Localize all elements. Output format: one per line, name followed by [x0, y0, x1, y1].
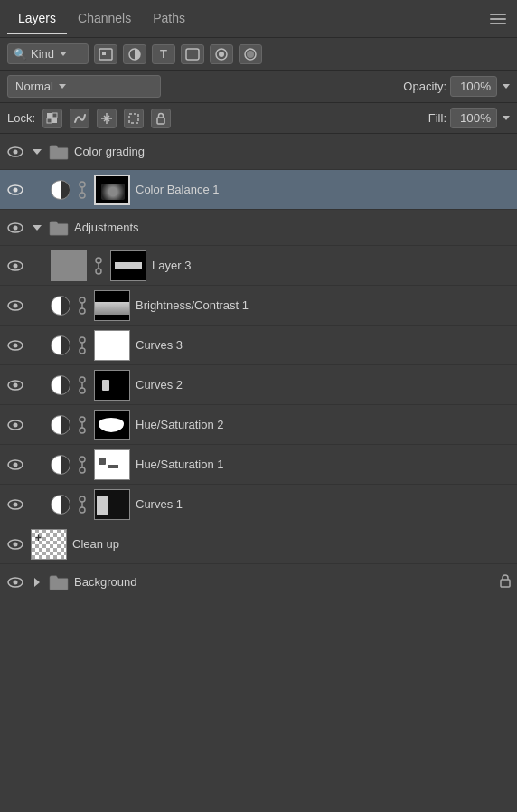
- layer-mask-thumbnail: [110, 250, 146, 281]
- filter-effects-icon[interactable]: [239, 44, 262, 64]
- layer-name: Color Balance 1: [136, 183, 512, 196]
- filter-pixel-icon[interactable]: [94, 44, 118, 64]
- visibility-icon[interactable]: [5, 142, 25, 162]
- layer-name: Clean up: [72, 537, 512, 551]
- lock-row: Lock: Fill:: [0, 103, 517, 134]
- visibility-icon[interactable]: [5, 572, 25, 592]
- fill-input[interactable]: [450, 108, 497, 128]
- layer-row-color-balance-1[interactable]: Color Balance 1: [0, 170, 517, 210]
- svg-point-35: [80, 337, 85, 343]
- visibility-icon[interactable]: [5, 534, 25, 554]
- filter-shape-icon[interactable]: [181, 44, 204, 64]
- svg-point-30: [80, 297, 85, 303]
- visibility-icon[interactable]: [5, 180, 25, 200]
- filter-type-icon[interactable]: T: [152, 44, 175, 64]
- svg-point-52: [80, 467, 85, 473]
- lock-badge-icon: [499, 573, 512, 590]
- opacity-row: Opacity:: [403, 76, 510, 97]
- filter-smartobject-icon[interactable]: [210, 44, 233, 64]
- visibility-icon[interactable]: [5, 218, 25, 238]
- svg-point-39: [14, 382, 18, 387]
- lock-paint-button[interactable]: [70, 109, 89, 128]
- layer-row-hue-saturation-2[interactable]: Hue/Saturation 2: [0, 405, 517, 445]
- panel-menu-button[interactable]: [486, 10, 510, 28]
- svg-point-37: [80, 348, 85, 354]
- tab-channels[interactable]: Channels: [67, 4, 142, 34]
- lock-label: Lock:: [7, 111, 35, 125]
- svg-point-18: [80, 182, 85, 187]
- layer-row-curves-2[interactable]: Curves 2: [0, 365, 517, 405]
- adjustment-icon: [51, 335, 70, 355]
- visibility-icon[interactable]: [5, 495, 25, 515]
- adjustment-icon: [51, 180, 70, 200]
- layer-row-hue-saturation-1[interactable]: Hue/Saturation 1: [0, 445, 517, 485]
- layer-row-adjustments-group[interactable]: Adjustments: [0, 210, 517, 246]
- svg-point-59: [14, 542, 18, 546]
- svg-point-47: [80, 428, 85, 433]
- svg-point-22: [14, 225, 18, 230]
- lock-pixels-button[interactable]: [42, 109, 62, 128]
- visibility-icon[interactable]: [5, 296, 25, 316]
- blend-mode-chevron-icon: [59, 84, 66, 89]
- blend-mode-select[interactable]: Normal: [7, 75, 161, 98]
- visibility-icon[interactable]: [5, 335, 25, 355]
- svg-point-57: [80, 507, 85, 513]
- adjustment-icon: [51, 375, 70, 395]
- layer-name: Background: [74, 575, 494, 589]
- svg-point-27: [96, 269, 101, 274]
- filter-adjustment-icon[interactable]: [123, 44, 146, 64]
- tab-layers[interactable]: Layers: [7, 4, 67, 34]
- lock-all-button[interactable]: [151, 109, 171, 128]
- folder-icon: [49, 574, 69, 590]
- layer-thumbnail: [51, 250, 87, 281]
- chain-icon: [76, 415, 89, 435]
- svg-rect-62: [501, 580, 510, 587]
- layer-row-cleanup[interactable]: Clean up: [0, 524, 517, 564]
- expand-arrow-icon[interactable]: [31, 222, 43, 234]
- chain-icon: [76, 180, 89, 200]
- svg-point-7: [247, 51, 254, 58]
- expand-arrow-icon[interactable]: [31, 146, 43, 158]
- svg-rect-13: [157, 118, 164, 124]
- layer-name: Hue/Saturation 2: [136, 418, 512, 431]
- chain-icon: [76, 375, 89, 395]
- chain-icon: [76, 455, 89, 475]
- tab-paths[interactable]: Paths: [142, 4, 196, 34]
- svg-point-24: [14, 263, 18, 268]
- lock-artboard-button[interactable]: [124, 109, 144, 128]
- expand-arrow-icon[interactable]: [31, 576, 43, 589]
- layer-row-layer-3[interactable]: Layer 3: [0, 246, 517, 286]
- svg-rect-9: [52, 113, 57, 118]
- visibility-icon[interactable]: [5, 455, 25, 475]
- layer-name: Adjustments: [74, 221, 512, 234]
- layer-row-brightness-contrast-1[interactable]: Brightness/Contrast 1: [0, 286, 517, 326]
- svg-rect-8: [47, 113, 52, 118]
- layer-name: Curves 1: [136, 497, 512, 511]
- layer-thumbnail: [94, 449, 130, 480]
- kind-filter-select[interactable]: 🔍 Kind: [7, 43, 89, 64]
- svg-point-61: [14, 580, 18, 584]
- layer-thumbnail: [94, 290, 130, 321]
- blend-mode-label: Normal: [15, 80, 53, 93]
- layer-row-curves-3[interactable]: Curves 3: [0, 326, 517, 365]
- svg-point-49: [14, 462, 18, 467]
- lock-move-button[interactable]: [97, 109, 117, 128]
- layer-row-curves-1[interactable]: Curves 1: [0, 485, 517, 524]
- svg-point-40: [80, 377, 85, 382]
- opacity-input[interactable]: [450, 76, 497, 97]
- layer-name: Color grading: [74, 145, 512, 158]
- chain-icon: [76, 335, 89, 355]
- layer-row-background-group[interactable]: Background: [0, 564, 517, 600]
- layer-row-color-grading-group[interactable]: Color grading: [0, 134, 517, 170]
- layer-name: Curves 3: [136, 338, 512, 352]
- visibility-icon[interactable]: [5, 256, 25, 276]
- kind-chevron-icon: [60, 52, 67, 56]
- svg-point-32: [80, 308, 85, 314]
- visibility-icon[interactable]: [5, 375, 25, 395]
- visibility-icon[interactable]: [5, 415, 25, 435]
- svg-point-34: [14, 343, 18, 347]
- chain-icon: [76, 296, 89, 316]
- svg-point-29: [14, 303, 18, 307]
- svg-point-55: [80, 496, 85, 502]
- opacity-label: Opacity:: [403, 80, 446, 93]
